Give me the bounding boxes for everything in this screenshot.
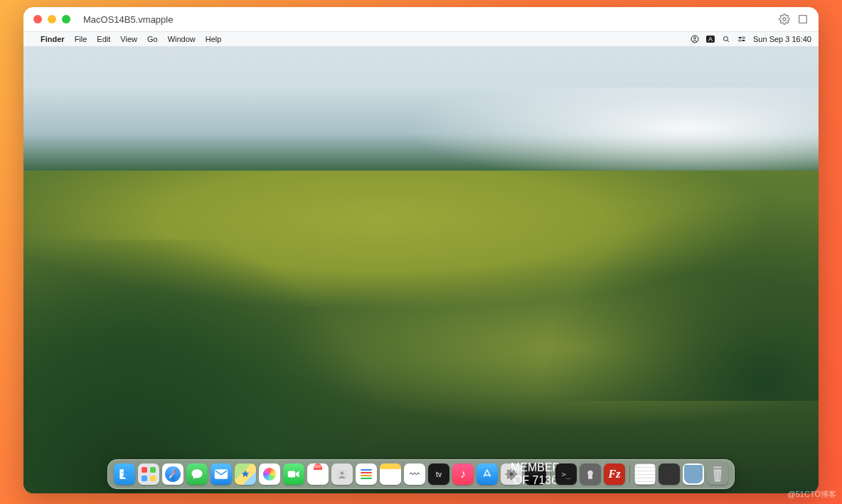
dock-mail[interactable] <box>210 463 232 485</box>
dock-messages[interactable] <box>186 463 208 485</box>
menu-help[interactable]: Help <box>206 35 222 43</box>
watermark: @51CTO博客 <box>788 489 836 500</box>
window-title: MacOS14B5.vmapple <box>83 14 773 25</box>
titlebar: MacOS14B5.vmapple <box>23 7 819 32</box>
dock-contacts[interactable] <box>331 463 353 485</box>
svg-rect-1 <box>799 16 807 23</box>
dock-calendar[interactable]: SEP3 <box>307 463 329 485</box>
dock-facetime[interactable] <box>283 463 304 485</box>
dock-trash[interactable] <box>707 463 728 485</box>
dock-separator <box>629 465 630 483</box>
guest-desktop[interactable]: Finder File Edit View Go Window Help A S… <box>23 32 819 493</box>
dock-filezilla[interactable]: Fz <box>604 463 625 485</box>
svg-point-0 <box>783 18 786 21</box>
close-button[interactable] <box>33 15 42 23</box>
menu-file[interactable]: File <box>75 35 87 43</box>
menu-view[interactable]: View <box>120 35 137 43</box>
control-center-icon[interactable] <box>737 35 746 43</box>
svg-point-14 <box>341 471 344 475</box>
dock-download[interactable] <box>683 463 704 485</box>
menubar-datetime[interactable]: Sun Sep 3 16:40 <box>753 35 811 43</box>
maximize-icon[interactable] <box>797 14 809 25</box>
minimize-button[interactable] <box>48 15 56 23</box>
svg-point-4 <box>724 37 728 41</box>
dock-separator <box>550 465 551 483</box>
user-icon[interactable] <box>691 35 699 43</box>
vm-window: MacOS14B5.vmapple Finder File Edit View … <box>23 7 819 493</box>
dock-desk-row[interactable] <box>659 463 680 485</box>
dock-finder[interactable] <box>114 463 135 485</box>
dock-freeform[interactable]: 〰︎ <box>404 463 425 485</box>
dock-promo[interactable]: MEMBEROF 7136 <box>525 463 546 485</box>
svg-point-3 <box>694 37 696 39</box>
svg-point-9 <box>122 472 123 473</box>
svg-rect-11 <box>215 469 228 478</box>
dock-doc[interactable] <box>634 463 656 485</box>
macos-menubar: Finder File Edit View Go Window Help A S… <box>23 32 819 46</box>
zoom-button[interactable] <box>62 15 70 23</box>
svg-rect-5 <box>739 37 742 38</box>
dock-photos[interactable] <box>259 463 280 485</box>
traffic-lights <box>33 15 70 23</box>
gear-icon[interactable] <box>779 14 790 25</box>
dock-launchpad[interactable] <box>138 463 159 485</box>
svg-rect-8 <box>742 40 745 41</box>
spotlight-icon[interactable] <box>722 35 730 43</box>
input-source[interactable]: A <box>706 36 715 43</box>
dock-maps[interactable] <box>235 463 256 485</box>
dock-music[interactable]: ♪ <box>452 463 474 485</box>
menu-go[interactable]: Go <box>147 35 158 43</box>
dock-reminders[interactable] <box>356 463 377 485</box>
dock-appstore[interactable] <box>476 463 498 485</box>
dock: SEP3〰︎tv♪MEMBEROF 7136>_Fz <box>107 459 735 489</box>
menu-edit[interactable]: Edit <box>97 35 110 43</box>
svg-rect-7 <box>739 40 742 41</box>
dock-automator[interactable] <box>580 463 601 485</box>
svg-rect-6 <box>742 37 745 38</box>
dock-notes[interactable] <box>380 463 401 485</box>
dock-terminal[interactable]: >_ <box>555 463 577 485</box>
svg-rect-12 <box>288 471 296 478</box>
svg-point-10 <box>127 472 128 473</box>
svg-rect-18 <box>588 476 592 479</box>
menu-window[interactable]: Window <box>168 35 196 43</box>
menubar-app-name[interactable]: Finder <box>41 35 65 43</box>
svg-point-17 <box>587 471 593 476</box>
dock-safari[interactable] <box>162 463 183 485</box>
dock-tv[interactable]: tv <box>428 463 449 485</box>
svg-rect-19 <box>713 466 722 468</box>
